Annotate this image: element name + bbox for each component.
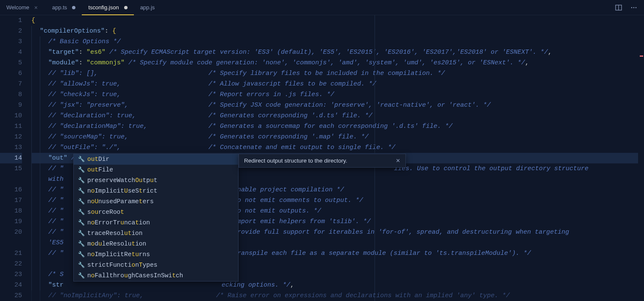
line-number: 15 — [0, 163, 22, 174]
tabs-bar: Welcome×app.tstsconfig.jsonapp.js — [0, 0, 644, 15]
line-number: 17 — [0, 195, 22, 206]
line-number: 14 — [0, 153, 22, 163]
autocomplete-item[interactable]: 🔧noImplicitUseStrict — [74, 186, 238, 196]
tab-label: Welcome — [6, 4, 29, 11]
tab-tsconfig-json[interactable]: tsconfig.json — [82, 0, 133, 15]
property-icon: 🔧 — [78, 251, 84, 259]
autocomplete-item[interactable]: 🔧traceResolution — [74, 228, 238, 239]
property-icon: 🔧 — [78, 198, 84, 206]
line-number: 21 — [0, 248, 22, 259]
autocomplete-item-label: noErrorTruncation — [87, 219, 150, 227]
autocomplete-item-label: outDir — [87, 155, 109, 163]
property-icon: 🔧 — [78, 261, 84, 269]
line-number: 16 — [0, 185, 22, 195]
autocomplete-item[interactable]: 🔧noImplicitReturns — [74, 249, 238, 260]
more-icon[interactable] — [629, 3, 639, 13]
property-icon: 🔧 — [78, 272, 84, 280]
autocomplete-item-label: sourceRoot — [87, 208, 124, 216]
tab-app-ts[interactable]: app.ts — [46, 0, 82, 15]
autocomplete-item[interactable]: 🔧outDir — [74, 154, 238, 165]
minimap[interactable] — [638, 15, 644, 301]
autocomplete-item[interactable]: 🔧preserveWatchOutput — [74, 175, 238, 186]
autocomplete-popup[interactable]: 🔧outDir🔧outFile🔧preserveWatchOutput🔧noIm… — [73, 154, 239, 282]
autocomplete-item[interactable]: 🔧noUnusedParameters — [74, 196, 238, 207]
autocomplete-item-label: noFallthroughCasesInSwitch — [87, 272, 183, 280]
autocomplete-item-label: strictFunctionTypes — [87, 261, 157, 269]
line-number: 25 — [0, 290, 22, 301]
property-icon: 🔧 — [78, 187, 84, 195]
property-icon: 🔧 — [78, 208, 84, 216]
line-number: 8 — [0, 89, 22, 100]
line-number: 2 — [0, 26, 22, 36]
property-icon: 🔧 — [78, 229, 84, 237]
line-number-gutter: 123456789101112131415 1617181920 2122232… — [0, 15, 31, 301]
code-token: { — [31, 17, 35, 24]
svg-point-4 — [636, 7, 637, 8]
line-number: 1 — [0, 15, 22, 26]
tab-label: tsconfig.json — [88, 4, 119, 11]
line-number: 5 — [0, 58, 22, 68]
line-number: 23 — [0, 269, 22, 280]
autocomplete-detail: Redirect output structure to the directo… — [239, 154, 406, 168]
autocomplete-item[interactable]: 🔧noErrorTruncation — [74, 218, 238, 228]
autocomplete-item-label: preserveWatchOutput — [87, 177, 157, 185]
tab-label: app.ts — [52, 4, 67, 11]
line-number: 4 — [0, 47, 22, 58]
tab-welcome[interactable]: Welcome× — [0, 0, 46, 15]
line-number: 13 — [0, 142, 22, 153]
svg-point-3 — [633, 7, 635, 8]
svg-point-2 — [631, 7, 633, 8]
line-number: 22 — [0, 259, 22, 269]
autocomplete-item-label: noImplicitUseStrict — [87, 187, 157, 195]
autocomplete-item-label: moduleResolution — [87, 240, 146, 248]
property-icon: 🔧 — [78, 155, 84, 163]
split-editor-icon[interactable] — [613, 3, 624, 13]
line-number: 7 — [0, 79, 22, 89]
tab-label: app.js — [140, 4, 155, 11]
tab-app-js[interactable]: app.js — [134, 0, 161, 15]
minimap-error-marker[interactable] — [640, 55, 643, 57]
line-number: 24 — [0, 280, 22, 290]
autocomplete-item[interactable]: 🔧moduleResolution — [74, 239, 238, 249]
autocomplete-item[interactable]: 🔧strictFunctionTypes — [74, 260, 238, 271]
line-number: 6 — [0, 68, 22, 79]
autocomplete-item-label: noImplicitReturns — [87, 251, 150, 259]
property-icon: 🔧 — [78, 177, 84, 185]
autocomplete-item[interactable]: 🔧sourceRoot — [74, 207, 238, 218]
autocomplete-item-label: outFile — [87, 166, 113, 174]
line-number: 3 — [0, 36, 22, 47]
property-icon: 🔧 — [78, 240, 84, 248]
line-number: 18 — [0, 206, 22, 216]
line-number: 12 — [0, 132, 22, 142]
property-icon: 🔧 — [78, 219, 84, 227]
autocomplete-item-label: noUnusedParameters — [87, 198, 154, 206]
line-number: 19 — [0, 216, 22, 227]
property-icon: 🔧 — [78, 166, 84, 174]
close-icon[interactable]: × — [33, 4, 39, 11]
line-number: 9 — [0, 100, 22, 110]
close-icon[interactable]: ✕ — [396, 157, 400, 164]
dirty-indicator-icon — [72, 6, 75, 9]
autocomplete-item[interactable]: 🔧outFile — [74, 165, 238, 175]
line-number: 10 — [0, 110, 22, 121]
autocomplete-item[interactable]: 🔧noFallthroughCasesInSwitch — [74, 271, 238, 281]
autocomplete-item-label: traceResolution — [87, 229, 143, 237]
line-number: 20 — [0, 227, 22, 237]
autocomplete-detail-text: Redirect output structure to the directo… — [244, 157, 347, 164]
dirty-indicator-icon — [124, 6, 128, 9]
line-number: 11 — [0, 121, 22, 132]
